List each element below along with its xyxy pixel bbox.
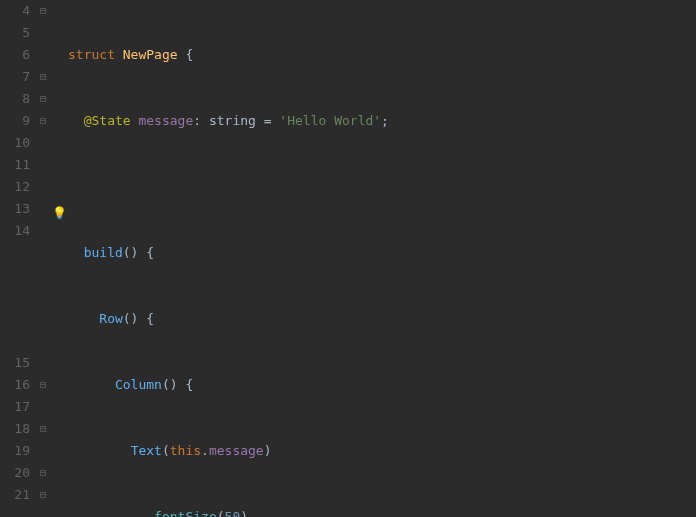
code-line[interactable]: struct NewPage { <box>68 44 696 66</box>
fold-close-icon[interactable]: ⊟ <box>40 380 50 390</box>
line-number: 8 <box>0 88 30 110</box>
code-line[interactable]: build() { <box>68 242 696 264</box>
fold-column: ⊟ ⊟ ⊟ ⊟ 💡 ⊟ ⊟ ⊟ ⊟ <box>38 0 68 517</box>
fold-open-icon[interactable]: ⊟ <box>40 116 50 126</box>
fold-open-icon[interactable]: ⊟ <box>40 72 50 82</box>
line-number <box>0 286 30 308</box>
fold-close-icon[interactable]: ⊟ <box>40 490 50 500</box>
line-number: 9 <box>0 110 30 132</box>
code-editor[interactable]: 4 5 6 7 8 9 10 11 12 13 14 15 16 17 18 1… <box>0 0 696 517</box>
line-number: 20 <box>0 462 30 484</box>
line-number-gutter: 4 5 6 7 8 9 10 11 12 13 14 15 16 17 18 1… <box>0 0 38 517</box>
fold-open-icon[interactable]: ⊟ <box>40 94 50 104</box>
line-number: 11 <box>0 154 30 176</box>
fold-close-icon[interactable]: ⊟ <box>40 468 50 478</box>
line-number: 10 <box>0 132 30 154</box>
line-number: 7 <box>0 66 30 88</box>
line-number: 5 <box>0 22 30 44</box>
line-number: 15 <box>0 352 30 374</box>
line-number: 6 <box>0 44 30 66</box>
line-number: 17 <box>0 396 30 418</box>
line-number: 13 <box>0 198 30 220</box>
line-number: 21 <box>0 484 30 506</box>
code-area[interactable]: struct NewPage { @State message: string … <box>68 0 696 517</box>
lightbulb-icon[interactable]: 💡 <box>52 202 67 224</box>
line-number <box>0 264 30 286</box>
code-line[interactable]: @State message: string = 'Hello World'; <box>68 110 696 132</box>
fold-open-icon[interactable]: ⊟ <box>40 6 50 16</box>
line-number: 19 <box>0 440 30 462</box>
line-number: 14 <box>0 220 30 242</box>
line-number <box>0 330 30 352</box>
code-line[interactable]: Column() { <box>68 374 696 396</box>
code-line[interactable]: Row() { <box>68 308 696 330</box>
line-number: 18 <box>0 418 30 440</box>
line-number <box>0 308 30 330</box>
code-line[interactable]: .fontSize(50) <box>68 506 696 517</box>
fold-close-icon[interactable]: ⊟ <box>40 424 50 434</box>
line-number: 12 <box>0 176 30 198</box>
line-number <box>0 242 30 264</box>
code-line[interactable] <box>68 176 696 198</box>
line-number: 16 <box>0 374 30 396</box>
code-line[interactable]: Text(this.message) <box>68 440 696 462</box>
line-number: 4 <box>0 0 30 22</box>
